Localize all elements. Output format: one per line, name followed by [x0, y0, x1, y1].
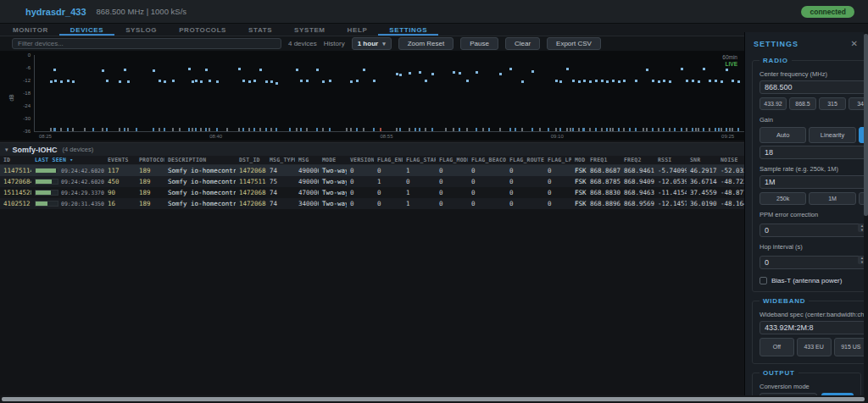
tab-protocols[interactable]: PROTOCOLS	[168, 24, 237, 36]
cell-version: 0	[347, 178, 374, 185]
column-header-snr[interactable]: SNR	[687, 156, 717, 164]
gain-input[interactable]	[760, 146, 868, 159]
data-point	[60, 80, 63, 83]
activity-tick	[715, 128, 716, 131]
gain-mode-linearity[interactable]: Linearity	[809, 127, 855, 143]
recency-bar-fill	[36, 202, 47, 206]
data-point	[306, 80, 309, 82]
pause-button[interactable]: Pause	[460, 37, 498, 50]
data-point	[164, 80, 166, 83]
horizontal-scrollbar[interactable]	[0, 395, 868, 403]
column-header-flag_routed[interactable]: FLAG_ROUTED	[506, 156, 544, 164]
table-row[interactable]: 1511452809:24:29.33700090189Somfy io-hom…	[0, 187, 868, 198]
activity-tick	[629, 128, 631, 131]
activity-tick	[488, 128, 490, 131]
tab-devices[interactable]: DEVICES	[59, 24, 114, 36]
tab-settings[interactable]: SETTINGS	[378, 24, 438, 36]
sample-rate-presets: 250k1M2M	[760, 192, 868, 205]
activity-tick	[698, 128, 699, 131]
table-row[interactable]: 1472068409:24:42.602000450189Somfy io-ho…	[0, 176, 868, 187]
freq-preset-868-5[interactable]: 868.5	[789, 97, 816, 110]
filter-devices-input[interactable]	[12, 38, 281, 49]
column-header-dst_id[interactable]: DST_ID	[236, 156, 266, 164]
rate-preset-250k[interactable]: 250k	[760, 192, 806, 205]
column-header-msg_type[interactable]: MSG_TYPE	[266, 156, 295, 164]
data-point	[709, 80, 711, 82]
cell-mode: Two-way	[319, 167, 347, 174]
tab-stats[interactable]: STATS	[237, 24, 283, 36]
center-frequency-input[interactable]	[760, 80, 868, 94]
column-header-flag_start[interactable]: FLAG_START	[403, 156, 436, 164]
activity-tick	[216, 128, 218, 131]
table-row[interactable]: 1147511409:24:42.602000117189Somfy io-ho…	[0, 165, 868, 176]
column-header-flag_mode[interactable]: FLAG_MODE	[436, 156, 468, 164]
cell-id: 4102512	[0, 200, 31, 207]
cell-mod: FSK	[571, 200, 587, 207]
cell-flag_end: 0	[374, 167, 403, 174]
column-header-mod[interactable]: MOD	[571, 156, 587, 164]
cell-flag_mode: 0	[436, 200, 468, 207]
table-row[interactable]: 410251209:20:31.43500016189Somfy io-home…	[0, 198, 868, 209]
column-header-mode[interactable]: MODE	[319, 156, 347, 164]
tab-syslog[interactable]: SYSLOG	[114, 24, 168, 36]
hop-interval-input[interactable]	[760, 256, 868, 269]
activity-tick	[721, 128, 722, 131]
column-header-events[interactable]: EVENTS	[104, 156, 136, 164]
tab-monitor[interactable]: MONITOR	[2, 24, 59, 36]
history-select[interactable]: 1 hour ▾	[352, 37, 392, 50]
cell-freq1: 868.88307	[587, 189, 620, 196]
column-header-id[interactable]: ID	[0, 156, 31, 164]
close-icon[interactable]: ✕	[851, 39, 858, 48]
column-header-version[interactable]: VERSION	[347, 156, 374, 164]
collapse-chevron-icon[interactable]: ▾	[5, 146, 8, 153]
wideband-spec-input[interactable]	[760, 321, 868, 334]
tab-system[interactable]: SYSTEM	[283, 24, 337, 36]
freq-preset-315[interactable]: 315	[819, 97, 846, 110]
column-header-flag_lpm[interactable]: FLAG_LPM	[544, 156, 571, 164]
clear-button[interactable]: Clear	[505, 37, 540, 50]
y-tick-label: -30	[0, 116, 31, 121]
cell-msg_type: 74	[266, 167, 295, 174]
cell-flag_start: 1	[403, 200, 436, 207]
zoom-reset-button[interactable]: Zoom Reset	[398, 37, 454, 50]
column-header-protocol[interactable]: PROTOCOL	[136, 156, 164, 164]
tab-help[interactable]: HELP	[337, 24, 379, 36]
scatter-plot[interactable]: dB 60min LIVE 0-6-12-18-24-30-3608:2508:…	[0, 51, 751, 141]
activity-tick	[663, 128, 665, 131]
history-window-label: 60min	[722, 54, 737, 61]
column-header-rssi[interactable]: RSSI	[654, 156, 687, 164]
column-header-msg[interactable]: MSG	[295, 156, 319, 164]
column-header-last_seen[interactable]: LAST SEEN ▾	[31, 156, 104, 164]
column-header-freq1[interactable]: FREQ1	[587, 156, 620, 164]
activity-tick	[431, 128, 433, 131]
wideband-preset-off[interactable]: Off	[760, 338, 794, 356]
rate-preset-1m[interactable]: 1M	[809, 192, 855, 205]
column-header-description[interactable]: DESCRIPTION	[164, 156, 236, 164]
bias-t-checkbox[interactable]	[760, 277, 767, 284]
activity-tick	[316, 128, 318, 131]
cell-snr: 46.29173	[687, 167, 717, 174]
activity-tick	[415, 128, 416, 131]
column-header-flag_beacon[interactable]: FLAG_BEACON	[468, 156, 506, 164]
bias-t-option[interactable]: Bias-T (antenna power)	[760, 277, 868, 284]
data-point	[253, 80, 256, 82]
wideband-preset-915-us[interactable]: 915 US	[834, 338, 868, 356]
horizontal-scrollbar-thumb[interactable]	[2, 397, 865, 401]
cell-freq1: 868.87859	[587, 178, 620, 185]
column-header-freq2[interactable]: FREQ2	[620, 156, 654, 164]
protocol-group-header[interactable]: ▾ Somfy-IOHC (4 devices)	[0, 142, 868, 156]
cell-mode: Two-way	[319, 178, 347, 185]
gain-mode-auto[interactable]: Auto	[760, 127, 806, 143]
cell-protocol: 189	[136, 167, 164, 174]
data-point	[102, 69, 104, 72]
ppm-input[interactable]	[760, 224, 868, 237]
export-csv-button[interactable]: Export CSV	[547, 37, 601, 50]
panel-scrollbar-thumb[interactable]	[864, 34, 868, 216]
column-header-flag_end[interactable]: FLAG_END	[374, 156, 403, 164]
sample-rate-input[interactable]	[760, 175, 868, 189]
activity-tick	[205, 128, 207, 131]
data-point	[396, 73, 398, 75]
panel-scrollbar[interactable]	[864, 32, 868, 403]
wideband-preset-433-eu[interactable]: 433 EU	[797, 338, 832, 356]
freq-preset-433-92[interactable]: 433.92	[760, 97, 787, 110]
